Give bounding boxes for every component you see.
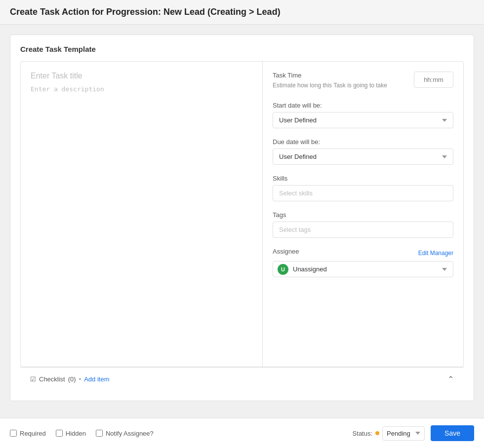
start-date-select[interactable]: User Defined Task Created Date Custom <box>273 112 453 128</box>
page-content: Create Task Template Task Time Estimate … <box>0 25 484 411</box>
hidden-checkbox[interactable] <box>56 430 63 437</box>
assignee-select[interactable]: Unassigned <box>273 261 453 277</box>
due-date-select[interactable]: User Defined Task Created Date Custom <box>273 149 453 165</box>
checklist-icon: ☑ <box>30 375 36 383</box>
start-date-label: Start date will be: <box>273 102 453 109</box>
skills-input[interactable] <box>273 185 453 201</box>
due-date-select-wrapper: User Defined Task Created Date Custom <box>273 149 453 165</box>
left-panel <box>21 62 263 367</box>
notify-assignee-label: Notify Assignee? <box>106 430 154 437</box>
due-date-group: Due date will be: User Defined Task Crea… <box>273 138 453 165</box>
tags-label: Tags <box>273 211 453 219</box>
main-card: Create Task Template Task Time Estimate … <box>10 35 474 401</box>
task-title-input[interactable] <box>31 72 252 80</box>
required-label: Required <box>20 430 46 437</box>
start-date-select-wrapper: User Defined Task Created Date Custom <box>273 112 453 128</box>
dot-separator: • <box>79 375 81 383</box>
required-checkbox[interactable] <box>10 430 17 437</box>
notify-assignee-checkbox[interactable] <box>96 430 103 437</box>
start-date-group: Start date will be: User Defined Task Cr… <box>273 102 453 128</box>
edit-manager-link[interactable]: Edit Manager <box>418 250 453 257</box>
status-dot-icon <box>375 431 379 435</box>
status-select[interactable]: Pending Active Inactive <box>382 426 425 441</box>
tags-input[interactable] <box>273 222 453 238</box>
tags-group: Tags <box>273 211 453 238</box>
due-date-label: Due date will be: <box>273 138 453 146</box>
checklist-bar: ☑ Checklist (0) • Add item ⌃ <box>20 367 464 391</box>
checklist-left: ☑ Checklist (0) • Add item <box>30 375 110 383</box>
skills-label: Skills <box>273 175 453 182</box>
hidden-label: Hidden <box>66 430 86 437</box>
assignee-group: Assignee Edit Manager U Unassigned <box>273 248 453 277</box>
footer-right: Status: Pending Active Inactive Save <box>353 425 474 441</box>
checklist-label: Checklist <box>39 375 65 383</box>
save-button[interactable]: Save <box>431 425 474 441</box>
page-title: Create Task Action for Progression: New … <box>10 7 474 17</box>
footer-bar: Required Hidden Notify Assignee? Status:… <box>0 418 484 448</box>
right-panel: Task Time Estimate how long this Task is… <box>263 62 463 367</box>
assignee-select-wrapper: U Unassigned <box>273 261 453 277</box>
skills-group: Skills <box>273 175 453 201</box>
card-title: Create Task Template <box>20 45 464 53</box>
footer-left: Required Hidden Notify Assignee? <box>10 430 154 437</box>
task-time-sublabel: Estimate how long this Task is going to … <box>273 82 414 89</box>
required-checkbox-label[interactable]: Required <box>10 430 46 437</box>
checklist-count: (0) <box>68 375 76 383</box>
add-item-link[interactable]: Add item <box>84 375 109 383</box>
page-header: Create Task Action for Progression: New … <box>0 0 484 25</box>
task-time-info: Task Time Estimate how long this Task is… <box>273 72 414 92</box>
status-label: Status: <box>353 430 372 437</box>
chevron-up-icon[interactable]: ⌃ <box>447 374 454 384</box>
assignee-header: Assignee Edit Manager <box>273 248 453 258</box>
task-time-group: Task Time Estimate how long this Task is… <box>273 72 453 92</box>
notify-assignee-checkbox-label[interactable]: Notify Assignee? <box>96 430 154 437</box>
assignee-label: Assignee <box>273 248 299 255</box>
hidden-checkbox-label[interactable]: Hidden <box>56 430 86 437</box>
task-description-input[interactable] <box>31 85 252 125</box>
task-time-input[interactable] <box>414 72 453 88</box>
form-body: Task Time Estimate how long this Task is… <box>20 61 464 367</box>
status-select-wrapper: Status: Pending Active Inactive <box>353 426 425 441</box>
task-time-label: Task Time <box>273 72 414 79</box>
